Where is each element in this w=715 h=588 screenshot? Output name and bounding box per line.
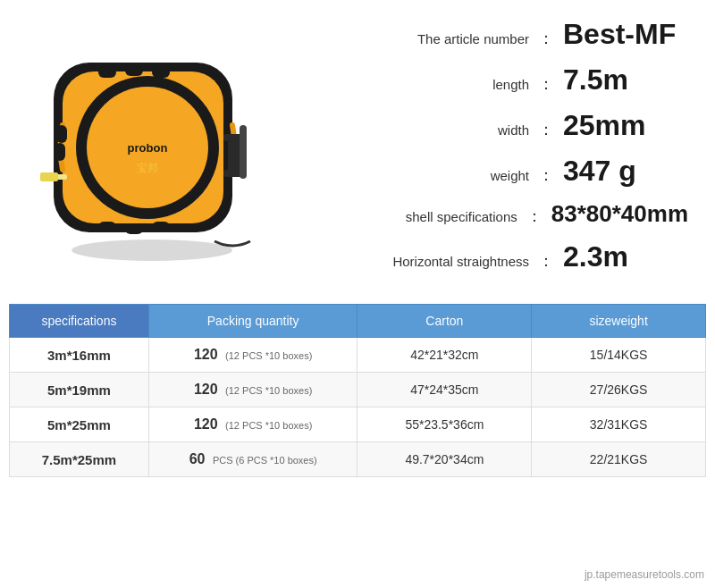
cell-carton: 42*21*32cm: [358, 338, 532, 373]
width-label: width: [377, 122, 529, 138]
product-specs: The article number ： Best-MF length ： 7.…: [286, 18, 688, 286]
colon-5: ：: [526, 206, 543, 227]
svg-rect-5: [98, 67, 116, 78]
col-header-sizeweight: sizeweight: [532, 305, 706, 338]
svg-rect-7: [152, 67, 170, 78]
spec-row-length: length ： 7.5m: [304, 63, 688, 97]
width-value: 25mm: [563, 109, 688, 142]
table-row: 3m*16mm120 (12 PCS *10 boxes)42*21*32cm1…: [10, 338, 706, 373]
cell-qty: 120 (12 PCS *10 boxes): [148, 338, 358, 373]
spec-row-shell: shell specifications ： 83*80*40mm: [304, 200, 688, 228]
svg-point-0: [72, 239, 232, 261]
colon-3: ：: [538, 119, 554, 140]
cell-sizeweight: 22/21KGS: [532, 442, 706, 477]
colon-1: ：: [538, 28, 554, 49]
cell-sizeweight: 15/14KGS: [532, 338, 706, 373]
specs-table: specifications Packing quantity Carton s…: [9, 304, 706, 477]
watermark: jp.tapemeasuretools.com: [585, 568, 704, 581]
svg-rect-16: [240, 125, 247, 179]
length-label: length: [377, 77, 529, 92]
spec-row-weight: weight ： 347 g: [304, 155, 688, 188]
cell-qty: 120 (12 PCS *10 boxes): [148, 407, 358, 442]
colon-4: ：: [538, 164, 554, 186]
col-header-specifications: specifications: [10, 305, 149, 338]
weight-value: 347 g: [563, 155, 688, 188]
horizontal-value: 2.3m: [563, 240, 688, 273]
shell-label: shell specifications: [366, 209, 517, 224]
table-row: 5m*25mm120 (12 PCS *10 boxes)55*23.5*36c…: [10, 407, 706, 442]
weight-label: weight: [377, 168, 529, 183]
cell-spec: 3m*16mm: [10, 338, 149, 373]
shell-value: 83*80*40mm: [551, 200, 688, 228]
cell-carton: 47*24*35cm: [358, 373, 532, 407]
col-header-carton: Carton: [358, 305, 532, 338]
colon-6: ：: [538, 250, 554, 272]
svg-rect-8: [98, 222, 116, 232]
svg-rect-6: [125, 65, 143, 76]
cell-qty: 60 PCS (6 PCS *10 boxes): [148, 442, 358, 477]
cell-carton: 55*23.5*36cm: [358, 407, 532, 442]
table-row: 7.5m*25mm60 PCS (6 PCS *10 boxes)49.7*20…: [10, 442, 706, 477]
table-header-row: specifications Packing quantity Carton s…: [10, 305, 706, 338]
cell-spec: 7.5m*25mm: [10, 442, 149, 477]
spec-row-horizontal: Horizontal straightness ： 2.3m: [304, 240, 688, 273]
spec-row-article-number: The article number ： Best-MF: [304, 18, 688, 51]
svg-text:probon: probon: [128, 141, 168, 155]
table-row: 5m*19mm120 (12 PCS *10 boxes)47*24*35cm2…: [10, 373, 706, 407]
article-number-label: The article number: [377, 31, 529, 46]
svg-rect-12: [55, 143, 65, 161]
cell-qty: 120 (12 PCS *10 boxes): [148, 373, 358, 407]
spec-row-width: width ： 25mm: [304, 109, 688, 142]
svg-rect-22: [40, 172, 58, 181]
cell-spec: 5m*19mm: [10, 373, 149, 407]
svg-rect-10: [152, 222, 170, 232]
col-header-packing: Packing quantity: [148, 305, 358, 338]
product-image: probon 宝邦: [18, 36, 286, 268]
colon-2: ：: [538, 73, 554, 95]
svg-text:宝邦: 宝邦: [137, 162, 158, 174]
cell-sizeweight: 32/31KGS: [532, 407, 706, 442]
article-number-value: Best-MF: [563, 18, 688, 51]
table-section: specifications Packing quantity Carton s…: [0, 295, 715, 482]
horizontal-label: Horizontal straightness: [377, 254, 529, 269]
length-value: 7.5m: [563, 63, 688, 97]
svg-rect-11: [56, 125, 67, 143]
cell-carton: 49.7*20*34cm: [358, 442, 532, 477]
cell-spec: 5m*25mm: [10, 407, 149, 442]
cell-sizeweight: 27/26KGS: [532, 373, 706, 407]
svg-rect-9: [125, 223, 143, 234]
